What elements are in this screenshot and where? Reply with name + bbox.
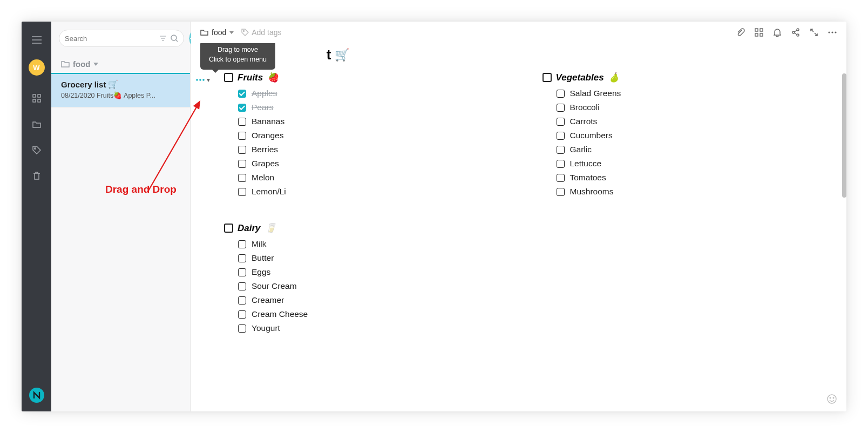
item-label[interactable]: Tomatoes bbox=[570, 173, 606, 182]
trash-icon[interactable] bbox=[27, 166, 46, 186]
checkbox[interactable] bbox=[238, 188, 246, 196]
checkbox[interactable] bbox=[557, 146, 565, 154]
folder-icon bbox=[61, 60, 70, 67]
search-icon[interactable] bbox=[171, 35, 178, 42]
attach-icon[interactable] bbox=[736, 28, 745, 37]
list-item: Cucumbers bbox=[519, 128, 837, 143]
cart-icon: 🛒 bbox=[335, 48, 349, 62]
svg-point-31 bbox=[828, 395, 836, 403]
checkbox[interactable] bbox=[238, 282, 246, 290]
note-card[interactable]: Grocery list 🛒 08/21/2020 Fruits🍓 Apples… bbox=[51, 74, 190, 107]
item-label[interactable]: Grapes bbox=[252, 159, 279, 168]
checkbox[interactable] bbox=[238, 296, 246, 305]
item-label[interactable]: Butter bbox=[252, 253, 274, 263]
group-label: Dairy bbox=[238, 223, 261, 234]
search-input[interactable] bbox=[59, 30, 184, 47]
item-label[interactable]: Berries bbox=[252, 145, 278, 154]
svg-rect-19 bbox=[760, 33, 763, 36]
item-label[interactable]: Salad Greens bbox=[570, 89, 621, 98]
strawberry-icon: 🍓 bbox=[267, 72, 279, 83]
item-label[interactable]: Pears bbox=[252, 103, 274, 112]
checkbox[interactable] bbox=[557, 118, 565, 126]
item-label[interactable]: Milk bbox=[252, 239, 267, 249]
checkbox[interactable] bbox=[238, 268, 246, 276]
checkbox[interactable] bbox=[557, 104, 565, 112]
checkbox[interactable] bbox=[557, 174, 565, 182]
avatar[interactable]: W bbox=[29, 59, 45, 76]
svg-point-20 bbox=[792, 31, 795, 33]
menu-icon[interactable] bbox=[27, 30, 46, 50]
item-label[interactable]: Garlic bbox=[570, 145, 592, 154]
expand-icon[interactable] bbox=[810, 28, 818, 37]
bell-icon[interactable] bbox=[773, 28, 782, 37]
more-icon[interactable] bbox=[828, 28, 837, 37]
item-label[interactable]: Melon bbox=[252, 173, 274, 182]
item-label[interactable]: Cream Cheese bbox=[252, 309, 308, 319]
tag-icon[interactable] bbox=[27, 140, 46, 160]
list-item: Melon bbox=[200, 171, 519, 185]
group-checkbox-dairy[interactable] bbox=[224, 224, 233, 233]
checkbox[interactable] bbox=[238, 254, 246, 262]
app-logo[interactable] bbox=[29, 388, 44, 403]
svg-rect-17 bbox=[760, 29, 763, 31]
checkbox[interactable] bbox=[238, 132, 246, 140]
svg-point-11 bbox=[171, 35, 177, 40]
svg-point-21 bbox=[797, 29, 799, 31]
drag-handle[interactable]: Drag to move Click to open menu bbox=[194, 73, 207, 86]
group-vegetables: Vegetables 🍐 Salad GreensBroccoliCarrots… bbox=[519, 72, 837, 199]
sidebar-folder[interactable]: food bbox=[51, 53, 190, 74]
checkbox[interactable] bbox=[557, 160, 565, 168]
item-label[interactable]: Cucumbers bbox=[570, 131, 613, 140]
list-item: Eggs bbox=[200, 265, 519, 279]
scrollbar[interactable] bbox=[842, 73, 846, 198]
svg-point-30 bbox=[202, 79, 205, 81]
checkbox[interactable] bbox=[238, 174, 246, 182]
share-icon[interactable] bbox=[791, 28, 800, 37]
checkbox[interactable] bbox=[238, 160, 246, 168]
svg-rect-5 bbox=[33, 99, 36, 102]
list-item: Lettucce bbox=[519, 157, 837, 171]
checkbox[interactable] bbox=[238, 324, 246, 333]
checkbox[interactable] bbox=[557, 132, 565, 140]
item-label[interactable]: Sour Cream bbox=[252, 281, 297, 291]
collapse-toggle[interactable]: ▾ bbox=[207, 76, 210, 84]
checkbox[interactable] bbox=[238, 90, 246, 98]
item-label[interactable]: Creamer bbox=[252, 295, 284, 305]
checkbox[interactable] bbox=[238, 146, 246, 154]
item-label[interactable]: Bananas bbox=[252, 117, 284, 126]
item-label[interactable]: Apples bbox=[252, 89, 277, 98]
dashboard-icon[interactable] bbox=[27, 89, 46, 108]
item-label[interactable]: Yougurt bbox=[252, 323, 280, 333]
checkbox[interactable] bbox=[557, 188, 565, 196]
list-item: Pears bbox=[200, 100, 519, 114]
svg-point-33 bbox=[833, 397, 834, 398]
svg-point-25 bbox=[828, 31, 830, 33]
folder-icon[interactable] bbox=[27, 114, 46, 134]
checkbox[interactable] bbox=[238, 310, 246, 319]
item-label[interactable]: Mushrooms bbox=[570, 187, 614, 197]
column-right: Vegetables 🍐 Salad GreensBroccoliCarrots… bbox=[519, 69, 837, 335]
filter-icon[interactable] bbox=[160, 36, 166, 41]
add-tags[interactable]: Add tags bbox=[241, 28, 281, 37]
checkbox[interactable] bbox=[238, 104, 246, 112]
svg-point-22 bbox=[797, 34, 799, 36]
item-label[interactable]: Eggs bbox=[252, 267, 270, 277]
group-checkbox-vegetables[interactable] bbox=[542, 73, 552, 82]
breadcrumb[interactable]: food bbox=[200, 28, 234, 37]
list-item: Butter bbox=[200, 251, 519, 265]
checkbox[interactable] bbox=[557, 90, 565, 98]
toolbar bbox=[736, 28, 837, 37]
checkbox[interactable] bbox=[238, 240, 246, 248]
item-label[interactable]: Broccoli bbox=[570, 103, 600, 112]
item-label[interactable]: Oranges bbox=[252, 131, 283, 140]
chevron-down-icon bbox=[93, 63, 98, 66]
item-label[interactable]: Carrots bbox=[570, 117, 598, 126]
group-checkbox-fruits[interactable] bbox=[224, 73, 233, 82]
checkbox[interactable] bbox=[238, 118, 246, 126]
grid-icon[interactable] bbox=[755, 28, 763, 37]
list-item: Milk bbox=[200, 237, 519, 251]
list-item: Lemon/Li bbox=[200, 185, 519, 199]
item-label[interactable]: Lettucce bbox=[570, 159, 602, 168]
emoji-picker-icon[interactable] bbox=[827, 394, 837, 406]
item-label[interactable]: Lemon/Li bbox=[252, 187, 286, 197]
